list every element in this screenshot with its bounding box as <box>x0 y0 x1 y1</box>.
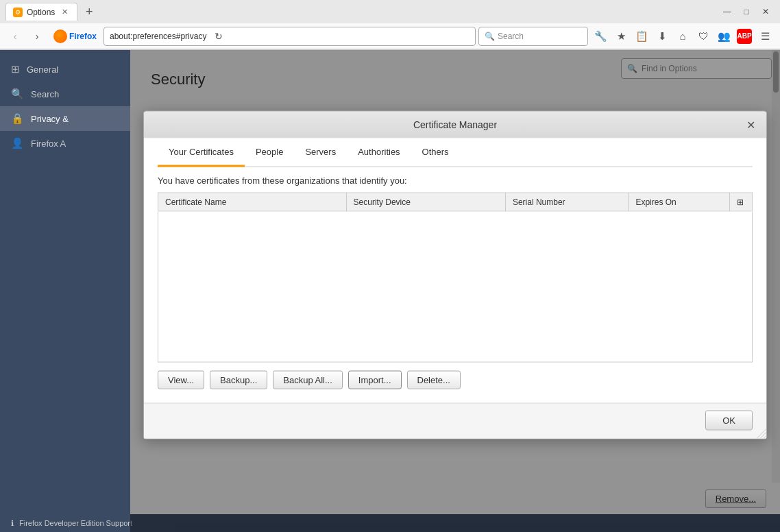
status-text: Firefox Developer Edition Support <box>19 519 132 527</box>
abp-icon: ABP <box>737 29 752 44</box>
dialog-title: Certificate Manager <box>167 119 743 130</box>
home-icon[interactable]: ⌂ <box>673 27 692 46</box>
backup-button[interactable]: Backup... <box>210 371 267 389</box>
tab-people[interactable]: People <box>245 138 294 167</box>
tab-authorities[interactable]: Authorities <box>347 138 411 167</box>
delete-button[interactable]: Delete... <box>407 371 461 389</box>
resize-handle[interactable]: ⊞ <box>730 193 753 211</box>
col-cert-name: Certificate Name <box>158 193 347 211</box>
sidebar-item-privacy[interactable]: 🔒 Privacy & <box>0 106 130 131</box>
view-button[interactable]: View... <box>158 371 204 389</box>
firefox-icon <box>53 29 67 43</box>
ok-button[interactable]: OK <box>705 411 753 431</box>
firefox-logo: Firefox <box>49 29 101 43</box>
search-icon: 🔍 <box>485 32 495 41</box>
tab-your-certificates[interactable]: Your Certificates <box>158 138 245 167</box>
tools-icon[interactable]: 🔧 <box>591 27 610 46</box>
status-icon: ℹ <box>11 519 14 528</box>
dialog-footer: OK <box>144 403 766 439</box>
sidebar-item-search[interactable]: 🔍 Search <box>0 82 130 106</box>
tab-close-button[interactable]: ✕ <box>59 7 70 18</box>
col-serial-number: Serial Number <box>505 193 629 211</box>
tab-servers[interactable]: Servers <box>294 138 347 167</box>
sidebar: ⊞ General 🔍 Search 🔒 Privacy & 👤 Firefox… <box>0 50 130 532</box>
tab-others[interactable]: Others <box>411 138 460 167</box>
col-expires-on: Expires On <box>629 193 730 211</box>
sidebar-item-firefox[interactable]: 👤 Firefox A <box>0 131 130 156</box>
firefox-label: Firefox <box>69 32 97 41</box>
backup-all-button[interactable]: Backup All... <box>273 371 343 389</box>
sync-icon[interactable]: 👥 <box>714 27 733 46</box>
main-layout: ⊞ General 🔍 Search 🔒 Privacy & 👤 Firefox… <box>0 50 780 532</box>
content-area: 🔍 Find in Options Security Certificate M… <box>130 50 780 532</box>
tab-label: Options <box>27 8 55 17</box>
sidebar-item-search-label: Search <box>31 89 59 99</box>
certificate-table: Certificate Name Security Device Serial … <box>158 193 753 212</box>
dialog-title-bar: Certificate Manager ✕ <box>144 112 766 138</box>
browser-tab[interactable]: ⚙ Options ✕ <box>5 3 77 21</box>
close-button[interactable]: ✕ <box>757 3 775 21</box>
certificate-table-body <box>158 212 753 363</box>
tab-favicon: ⚙ <box>13 8 23 17</box>
address-bar[interactable]: about:preferences#privacy ↻ <box>103 27 476 46</box>
import-button[interactable]: Import... <box>348 371 402 389</box>
search-nav-icon: 🔍 <box>11 88 24 100</box>
svg-line-1 <box>760 433 766 439</box>
general-icon: ⊞ <box>11 63 20 75</box>
maximize-button[interactable]: □ <box>738 3 755 21</box>
action-buttons: View... Backup... Backup All... Import..… <box>158 371 753 392</box>
address-text: about:preferences#privacy <box>110 32 206 41</box>
title-bar: ⚙ Options ✕ + — □ ✕ <box>0 0 780 23</box>
download-icon[interactable]: ⬇ <box>653 27 672 46</box>
search-placeholder: Search <box>498 32 524 41</box>
dialog-body: Your Certificates People Servers Authori… <box>144 138 766 403</box>
minimize-button[interactable]: — <box>718 3 736 21</box>
certificate-tab-bar: Your Certificates People Servers Authori… <box>158 138 753 167</box>
synced-tabs-icon[interactable]: 📋 <box>632 27 651 46</box>
sidebar-item-privacy-label: Privacy & <box>31 114 69 124</box>
navigation-bar: ‹ › Firefox about:preferences#privacy ↻ … <box>0 23 780 49</box>
reload-button[interactable]: ↻ <box>210 28 227 45</box>
sidebar-item-general-label: General <box>27 64 58 75</box>
cert-description: You have certificates from these organiz… <box>158 176 753 186</box>
bookmark-icon[interactable]: ★ <box>611 27 631 46</box>
resize-grip[interactable] <box>757 429 766 439</box>
svg-line-2 <box>764 436 766 439</box>
sidebar-item-firefox-label: Firefox A <box>31 138 66 149</box>
toolbar-icons: 🔧 ★ 📋 ⬇ ⌂ 🛡 👥 ABP ☰ <box>591 27 775 46</box>
sidebar-item-general[interactable]: ⊞ General <box>0 57 130 82</box>
dialog-close-button[interactable]: ✕ <box>743 117 758 132</box>
window-controls: — □ ✕ <box>718 3 775 21</box>
col-security-device: Security Device <box>346 193 505 211</box>
menu-icon[interactable]: ABP <box>735 27 754 46</box>
privacy-icon: 🔒 <box>11 112 24 125</box>
new-tab-button[interactable]: + <box>80 3 98 21</box>
firefox-account-icon: 👤 <box>11 137 24 149</box>
pocket-icon[interactable]: 🛡 <box>694 27 713 46</box>
hamburger-menu[interactable]: ☰ <box>755 27 775 46</box>
certificate-manager-dialog: Certificate Manager ✕ Your Certificates … <box>143 111 767 439</box>
forward-button[interactable]: › <box>27 27 47 46</box>
back-button[interactable]: ‹ <box>5 27 25 46</box>
search-bar[interactable]: 🔍 Search <box>478 27 588 46</box>
